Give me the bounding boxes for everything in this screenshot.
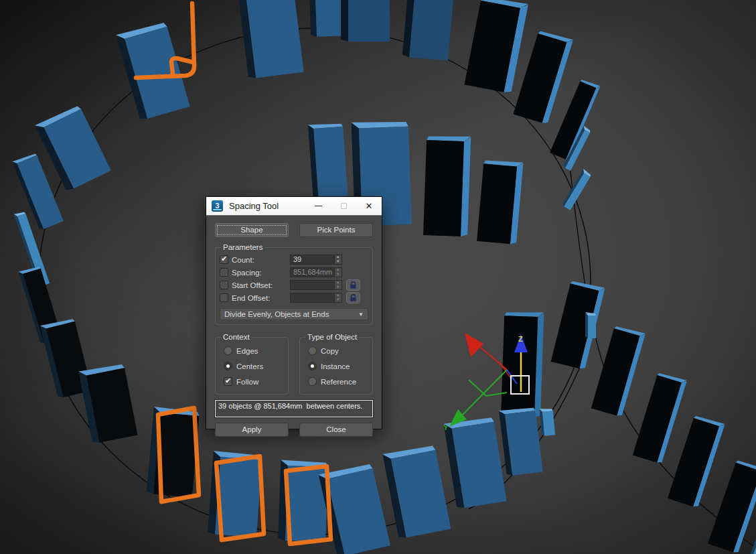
edges-label: Edges (236, 347, 258, 355)
spacing-row: Spacing: 851,684mm (220, 266, 368, 279)
context-group: Context Edges Centers Follow (215, 333, 289, 395)
spacing-checkbox[interactable] (220, 268, 228, 277)
context-group-label: Context (221, 333, 252, 341)
minimize-button[interactable] (305, 197, 331, 216)
spacing-input[interactable]: 851,684mm (290, 267, 334, 277)
context-option-edges[interactable]: Edges (220, 343, 284, 358)
centers-radio[interactable] (224, 362, 232, 370)
context-option-follow[interactable]: Follow (220, 374, 284, 389)
end-offset-input[interactable] (290, 293, 334, 303)
start-offset-lock-button[interactable] (346, 279, 360, 291)
domino[interactable] (585, 312, 596, 338)
axis-label-y: Y (443, 423, 449, 431)
count-row: Count: 39 (220, 253, 368, 266)
spacing-tool-dialog[interactable]: 3 Spacing Tool ✕ Shape Pick Points Param… (206, 196, 382, 429)
end-offset-lock-button[interactable] (346, 292, 360, 303)
spacing-spinner[interactable] (334, 267, 342, 277)
copy-label: Copy (321, 347, 339, 355)
close-dialog-button[interactable]: Close (299, 423, 373, 437)
domino[interactable] (477, 159, 523, 245)
shape-button[interactable]: Shape (215, 223, 289, 237)
lock-icon (350, 281, 357, 289)
count-spinner[interactable] (334, 255, 342, 265)
count-label: Count: (232, 256, 290, 264)
context-option-centers[interactable]: Centers (220, 358, 284, 374)
domino[interactable] (539, 407, 554, 436)
count-input[interactable]: 39 (290, 255, 334, 265)
domino[interactable] (147, 407, 200, 497)
domino[interactable] (423, 135, 471, 236)
domino[interactable] (341, 0, 390, 42)
spacing-label: Spacing: (232, 269, 290, 277)
instance-radio[interactable] (308, 362, 317, 370)
maximize-button[interactable] (331, 197, 356, 216)
minimize-icon (315, 206, 322, 206)
end-offset-spinner[interactable] (334, 293, 342, 303)
reference-radio[interactable] (308, 377, 317, 386)
pick-points-button[interactable]: Pick Points (299, 223, 373, 237)
type-of-object-group-label: Type of Object (305, 333, 359, 341)
type-option-copy[interactable]: Copy (304, 343, 368, 358)
end-offset-row: End Offset: (220, 291, 368, 304)
reference-label: Reference (321, 378, 356, 386)
copy-radio[interactable] (308, 346, 317, 355)
domino[interactable] (238, 0, 304, 79)
type-option-reference[interactable]: Reference (304, 374, 368, 389)
divide-mode-dropdown[interactable]: Divide Evenly, Objects at Ends ▼ (220, 308, 368, 320)
dialog-title: Spacing Tool (229, 201, 279, 211)
lock-icon (350, 294, 357, 302)
count-checkbox[interactable] (220, 255, 228, 264)
instance-label: Instance (321, 362, 350, 370)
follow-label: Follow (236, 378, 258, 386)
divide-mode-value: Divide Evenly, Objects at Ends (224, 310, 329, 318)
edges-radio[interactable] (224, 346, 232, 355)
type-option-instance[interactable]: Instance (304, 358, 368, 374)
3ds-max-viewport[interactable]: ZY 3 Spacing Tool ✕ Shape Pick Points Pa… (0, 0, 756, 554)
3dsmax-app-icon: 3 (212, 200, 223, 212)
centers-label: Centers (236, 362, 263, 370)
dialog-titlebar[interactable]: 3 Spacing Tool ✕ (206, 197, 382, 216)
start-offset-label: Start Offset: (232, 281, 290, 289)
chevron-down-icon: ▼ (358, 311, 364, 318)
close-button[interactable]: ✕ (356, 197, 382, 216)
follow-checkbox[interactable] (224, 377, 232, 386)
start-offset-row: Start Offset: (220, 279, 368, 291)
parameters-group: Parameters Count: 39 Spacing: 851,684mm (215, 243, 373, 325)
start-offset-input[interactable] (290, 280, 334, 290)
domino[interactable] (402, 0, 455, 61)
maximize-icon (341, 203, 347, 209)
start-offset-checkbox[interactable] (220, 281, 228, 289)
parameters-group-label: Parameters (221, 243, 264, 251)
start-offset-spinner[interactable] (334, 280, 342, 290)
status-readout: 39 objects @ 851,684mm between centers. (215, 400, 373, 417)
end-offset-label: End Offset: (232, 294, 290, 302)
domino[interactable] (501, 311, 544, 417)
type-of-object-group: Type of Object Copy Instance Reference (299, 333, 373, 395)
end-offset-checkbox[interactable] (220, 293, 228, 302)
axis-label-z: Z (518, 335, 523, 343)
apply-button[interactable]: Apply (215, 423, 289, 437)
